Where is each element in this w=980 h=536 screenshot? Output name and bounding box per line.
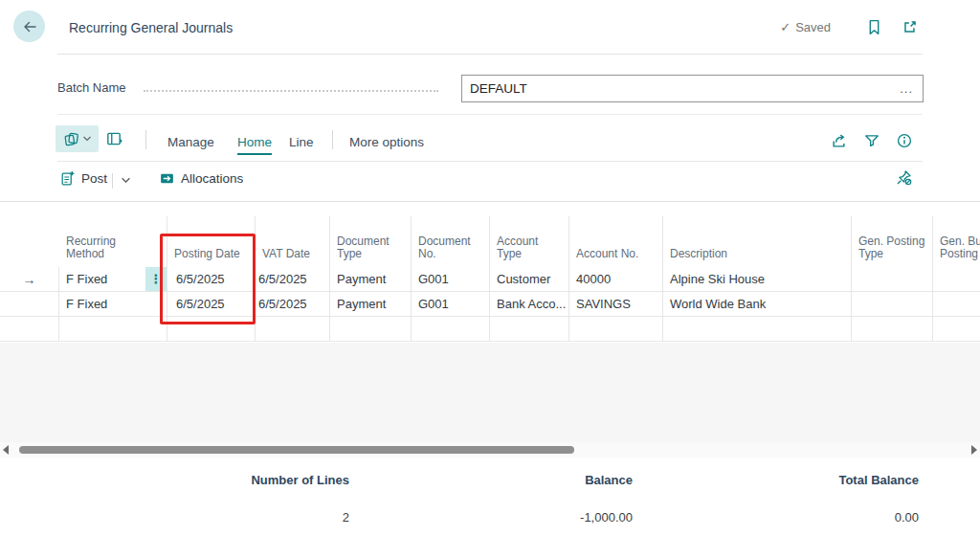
gen-bus-posting-group-cell[interactable]: [933, 317, 980, 341]
grid-header-row: Recurring Method Posting Date VAT Date D…: [0, 202, 980, 267]
batch-name-label: Batch Name: [57, 80, 126, 95]
journal-lines-grid: Recurring Method Posting Date VAT Date D…: [0, 202, 980, 342]
header-divider: [57, 54, 923, 55]
account-no-cell[interactable]: SAVINGS: [569, 292, 663, 316]
column-header-vat-date[interactable]: VAT Date: [256, 202, 330, 267]
posting-date-cell[interactable]: 6/5/2025: [167, 292, 256, 316]
allocations-button[interactable]: Allocations: [159, 170, 243, 187]
description-cell[interactable]: World Wide Bank: [663, 292, 852, 316]
tab-home[interactable]: Home: [237, 135, 272, 149]
gen-posting-type-cell[interactable]: [852, 317, 933, 341]
balance-total: Balance -1,000.00: [440, 473, 633, 525]
batch-name-field[interactable]: DEFAULT ...: [461, 75, 924, 102]
check-icon: ✓: [780, 20, 791, 34]
allocations-label: Allocations: [181, 171, 243, 186]
post-dropdown-chevron-icon[interactable]: [121, 175, 131, 186]
vat-date-cell[interactable]: [256, 317, 330, 341]
table-row[interactable]: [0, 317, 980, 342]
dotted-leader: [144, 78, 438, 92]
allocations-icon: [159, 170, 175, 187]
column-header-account-type[interactable]: Account Type: [490, 202, 569, 267]
document-type-cell[interactable]: Payment: [330, 292, 412, 316]
cell-context-menu-icon[interactable]: ⋮: [145, 267, 167, 291]
account-type-cell[interactable]: Bank Acco...: [490, 292, 569, 316]
views-button[interactable]: [56, 125, 99, 152]
totals-footer: Number of Lines 2 Balance -1,000.00 Tota…: [0, 458, 980, 536]
total-balance-value: 0.00: [727, 510, 919, 525]
chevron-down-icon: [82, 134, 92, 144]
vat-date-cell[interactable]: 6/5/2025: [256, 292, 330, 316]
column-header-description[interactable]: Description: [663, 202, 852, 267]
document-no-cell[interactable]: G001: [412, 267, 490, 291]
page-layout-icon[interactable]: [105, 130, 122, 147]
number-of-lines-total: Number of Lines 2: [191, 473, 349, 525]
toolbar-separator: [145, 130, 146, 149]
open-in-new-window-icon[interactable]: [902, 18, 919, 35]
row-selector-cell[interactable]: →: [0, 267, 59, 291]
column-header-selector[interactable]: [0, 202, 59, 267]
column-header-gen-bus-posting-group[interactable]: Gen. Bus Posting G: [933, 202, 980, 267]
number-of-lines-label: Number of Lines: [191, 473, 349, 487]
row-selector-cell[interactable]: [0, 317, 59, 341]
info-icon[interactable]: [896, 132, 913, 149]
column-header-document-type[interactable]: Document Type: [330, 202, 412, 267]
document-type-cell[interactable]: [330, 317, 412, 341]
gen-bus-posting-group-cell[interactable]: [933, 292, 980, 316]
horizontal-scrollbar[interactable]: [0, 442, 980, 458]
column-header-posting-date[interactable]: Posting Date: [167, 202, 256, 267]
scroll-left-icon[interactable]: [3, 445, 9, 455]
table-row[interactable]: → F Fixed ⋮ 6/5/2025 6/5/2025 Payment G0…: [0, 267, 980, 292]
save-status: ✓ Saved: [780, 20, 831, 34]
back-button[interactable]: [13, 11, 45, 42]
views-icon: [63, 131, 79, 147]
share-icon[interactable]: [830, 132, 848, 150]
recurring-method-cell[interactable]: [59, 317, 167, 341]
recurring-method-cell[interactable]: F Fixed ⋮: [59, 267, 167, 291]
column-header-account-no[interactable]: Account No.: [569, 202, 663, 267]
batch-lookup-button[interactable]: ...: [900, 81, 923, 96]
document-type-cell[interactable]: Payment: [330, 267, 412, 291]
scrollbar-thumb[interactable]: [19, 446, 574, 454]
bookmark-icon[interactable]: [866, 18, 882, 36]
description-cell[interactable]: Alpine Ski House: [663, 267, 852, 291]
balance-value: -1,000.00: [440, 510, 633, 525]
post-label: Post: [81, 171, 107, 186]
recurring-method-cell[interactable]: F Fixed: [59, 292, 167, 316]
posting-date-cell[interactable]: [167, 317, 256, 341]
more-options-button[interactable]: More options: [349, 135, 424, 149]
gen-posting-type-cell[interactable]: [852, 267, 933, 291]
description-cell[interactable]: [663, 317, 852, 341]
balance-label: Balance: [440, 473, 633, 487]
account-type-cell[interactable]: Customer: [490, 267, 569, 291]
post-icon: [59, 170, 76, 187]
commandbar-divider: [57, 161, 923, 162]
post-button[interactable]: Post: [59, 170, 107, 187]
gen-bus-posting-group-cell[interactable]: [933, 267, 980, 291]
arrow-left-icon: [21, 18, 38, 35]
account-no-cell[interactable]: 40000: [569, 267, 663, 291]
batch-name-value[interactable]: DEFAULT: [462, 81, 900, 96]
document-no-cell[interactable]: [412, 317, 490, 341]
batch-divider: [57, 114, 923, 115]
column-header-gen-posting-type[interactable]: Gen. Posting Type: [852, 202, 933, 267]
vat-date-cell[interactable]: 6/5/2025: [256, 267, 330, 291]
top-bar: Recurring General Journals ✓ Saved: [0, 0, 980, 55]
account-type-cell[interactable]: [490, 317, 569, 341]
document-no-cell[interactable]: G001: [412, 292, 490, 316]
column-header-recurring-method[interactable]: Recurring Method: [59, 202, 167, 267]
scroll-right-icon[interactable]: [971, 445, 977, 455]
row-selector-cell[interactable]: [0, 292, 59, 316]
pin-icon[interactable]: [895, 168, 913, 187]
toolbar-separator: [332, 130, 333, 149]
saved-label: Saved: [795, 20, 831, 34]
toolbar-separator: [112, 173, 113, 189]
account-no-cell[interactable]: [569, 317, 663, 341]
number-of-lines-value: 2: [191, 510, 349, 525]
gen-posting-type-cell[interactable]: [852, 292, 933, 316]
posting-date-cell[interactable]: 6/5/2025: [167, 267, 256, 291]
tab-line[interactable]: Line: [289, 135, 314, 149]
column-header-document-no[interactable]: Document No.: [412, 202, 490, 267]
filter-icon[interactable]: [863, 132, 880, 149]
tab-manage[interactable]: Manage: [167, 135, 214, 149]
table-row[interactable]: F Fixed 6/5/2025 6/5/2025 Payment G001 B…: [0, 292, 980, 317]
